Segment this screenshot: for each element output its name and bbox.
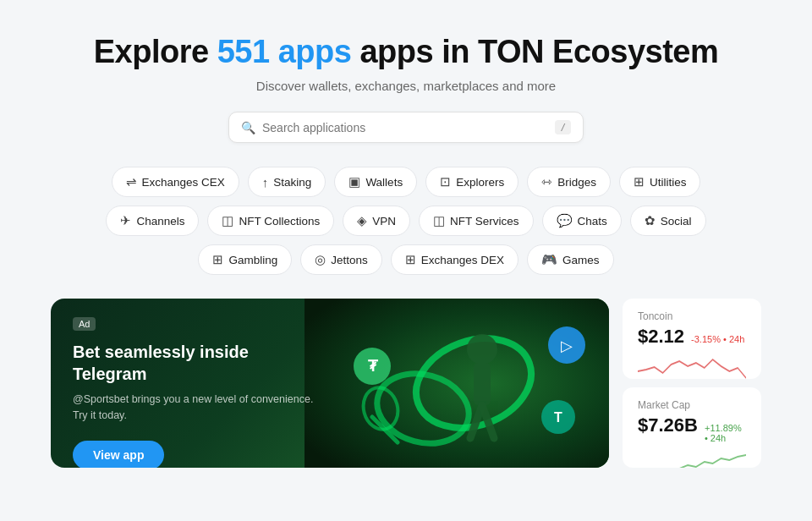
toncoin-value-row: $2.12 -3.15% • 24h [638, 326, 746, 348]
staking-icon: ↑ [262, 175, 269, 189]
category-chip-games[interactable]: 🎮 Games [527, 244, 614, 275]
category-chip-gambling[interactable]: ⊞ Gambling [198, 244, 292, 275]
categories-section: ⇌ Exchanges CEX ↑ Staking ▣ Wallets ⊡ Ex… [51, 167, 761, 275]
category-label-bridges: Bridges [557, 176, 596, 189]
sports-illustration: ₮ T ▷ [304, 299, 609, 468]
ad-desc: @Sportsbet brings you a new level of con… [73, 392, 316, 424]
jettons-icon: ◎ [315, 252, 326, 267]
search-input[interactable] [262, 121, 555, 134]
category-chip-explorers[interactable]: ⊡ Explorers [425, 167, 518, 197]
channels-icon: ✈ [120, 213, 131, 228]
category-label-exchanges-dex: Exchanges DEX [421, 254, 504, 266]
hero-subtitle: Discover wallets, exchanges, marketplace… [51, 79, 761, 93]
market-cap-change: +11.89% • 24h [705, 423, 746, 443]
toncoin-card: Toncoin $2.12 -3.15% • 24h [623, 299, 761, 379]
chats-icon: 💬 [557, 213, 573, 228]
ad-image-area: ₮ T ▷ [304, 299, 609, 468]
category-label-nft-services: NFT Services [450, 215, 519, 228]
category-chip-exchanges-cex[interactable]: ⇌ Exchanges CEX [112, 167, 239, 197]
explorers-icon: ⊡ [440, 174, 451, 189]
market-cap-change-period: • 24h [705, 433, 726, 443]
bottom-section: Ad Bet seamlessly inside Telegram @Sport… [51, 299, 761, 468]
toncoin-chart [638, 354, 746, 379]
search-bar: 🔍 / [228, 112, 584, 143]
svg-rect-0 [304, 299, 609, 468]
hero-title: Explore 551 apps apps in TON Ecosystem [51, 34, 761, 70]
category-label-wallets: Wallets [365, 176, 403, 189]
category-chip-channels[interactable]: ✈ Channels [106, 206, 199, 236]
ad-title: Bet seamlessly inside Telegram [73, 341, 316, 385]
category-chip-nft-collections[interactable]: ◫ NFT Collections [207, 206, 334, 236]
category-label-nft-collections: NFT Collections [239, 215, 320, 228]
category-chip-nft-services[interactable]: ◫ NFT Services [419, 206, 534, 236]
svg-rect-4 [474, 363, 491, 405]
svg-point-3 [467, 334, 497, 365]
market-cap-card: Market Cap $7.26B +11.89% • 24h [623, 387, 761, 468]
games-icon: 🎮 [541, 252, 557, 267]
category-label-exchanges-cex: Exchanges CEX [142, 176, 225, 189]
category-label-social: Social [661, 215, 692, 228]
toncoin-value: $2.12 [638, 326, 684, 348]
ad-banner: Ad Bet seamlessly inside Telegram @Sport… [51, 299, 609, 468]
category-chip-vpn[interactable]: ◈ VPN [343, 206, 410, 236]
category-chip-social[interactable]: ✿ Social [630, 206, 706, 236]
category-chip-bridges[interactable]: ⇿ Bridges [527, 167, 611, 197]
hero-title-suffix: apps in TON Ecosystem [351, 34, 718, 69]
svg-text:▷: ▷ [561, 337, 573, 354]
search-kbd: / [555, 120, 571, 134]
market-cap-change-value: +11.89% [705, 423, 742, 433]
category-chip-chats[interactable]: 💬 Chats [542, 206, 622, 236]
category-row-3: ⊞ Gambling ◎ Jettons ⊞ Exchanges DEX 🎮 G… [51, 244, 761, 275]
view-app-button[interactable]: View app [73, 441, 164, 469]
category-chip-exchanges-dex[interactable]: ⊞ Exchanges DEX [391, 244, 518, 275]
market-cap-value-row: $7.26B +11.89% • 24h [638, 414, 746, 443]
category-row-1: ⇌ Exchanges CEX ↑ Staking ▣ Wallets ⊡ Ex… [51, 167, 761, 197]
category-chip-utilities[interactable]: ⊞ Utilities [619, 167, 701, 197]
category-label-staking: Staking [273, 176, 311, 189]
search-icon: 🔍 [241, 121, 255, 134]
category-label-explorers: Explorers [456, 176, 504, 189]
category-label-jettons: Jettons [331, 254, 368, 266]
toncoin-change-period: • 24h [723, 334, 744, 344]
market-cap-value: $7.26B [638, 414, 698, 436]
ad-badge: Ad [73, 317, 96, 331]
toncoin-change: -3.15% • 24h [691, 334, 744, 344]
vpn-icon: ◈ [357, 213, 367, 228]
category-label-gambling: Gambling [228, 254, 277, 266]
wallets-icon: ▣ [348, 174, 360, 189]
category-label-games: Games [562, 254, 600, 266]
ad-content: Ad Bet seamlessly inside Telegram @Sport… [51, 299, 338, 468]
category-chip-staking[interactable]: ↑ Staking [248, 167, 326, 197]
nft-services-icon: ◫ [433, 213, 445, 228]
bridges-icon: ⇿ [541, 174, 552, 189]
hero-section: Explore 551 apps apps in TON Ecosystem D… [51, 34, 761, 143]
toncoin-label: Toncoin [638, 310, 746, 322]
hero-title-prefix: Explore [94, 34, 217, 69]
market-cap-chart [638, 450, 746, 468]
category-label-chats: Chats [578, 215, 607, 228]
utilities-icon: ⊞ [634, 174, 645, 189]
hero-count: 551 [217, 34, 270, 69]
nft-collections-icon: ◫ [222, 213, 233, 228]
category-chip-wallets[interactable]: ▣ Wallets [334, 167, 417, 197]
toncoin-change-value: -3.15% [691, 334, 721, 344]
category-chip-jettons[interactable]: ◎ Jettons [300, 244, 382, 275]
stats-panel: Toncoin $2.12 -3.15% • 24h Market Cap $7… [623, 299, 761, 468]
category-label-utilities: Utilities [650, 176, 687, 189]
svg-text:T: T [554, 410, 562, 425]
category-row-2: ✈ Channels ◫ NFT Collections ◈ VPN ◫ NFT… [51, 206, 761, 236]
exchanges-dex-icon: ⊞ [405, 252, 416, 267]
category-label-vpn: VPN [372, 215, 396, 228]
exchanges-cex-icon: ⇌ [126, 174, 137, 189]
social-icon: ✿ [645, 213, 656, 228]
gambling-icon: ⊞ [212, 252, 223, 267]
market-cap-label: Market Cap [638, 399, 746, 411]
category-label-channels: Channels [136, 215, 184, 228]
